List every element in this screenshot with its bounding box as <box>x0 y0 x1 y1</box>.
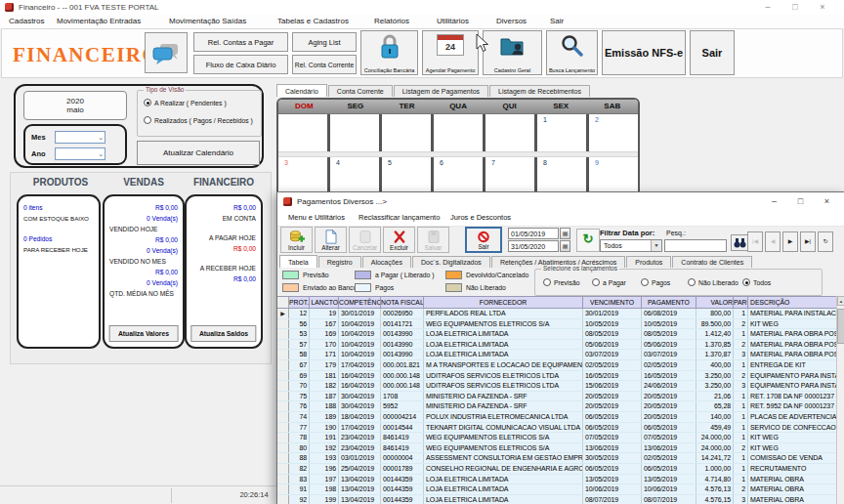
date-picker-icon[interactable]: ▦ <box>560 240 570 252</box>
column-header-lancto[interactable]: LANCTO <box>310 297 339 308</box>
maximize-icon[interactable]: □ <box>787 192 814 211</box>
tab-tabela[interactable]: Tabela <box>279 255 317 268</box>
table-row[interactable]: 8019223/04/20198461419WEG EQUIPAMENTOS E… <box>277 443 836 454</box>
cancelar-button[interactable]: Cancelar <box>349 227 381 253</box>
maximize-icon[interactable]: □ <box>781 0 809 15</box>
tab-registro[interactable]: Registro <box>318 256 361 268</box>
menu-item-diversos[interactable]: Diversos <box>493 16 529 26</box>
column-header-valor[interactable]: VALOR <box>696 297 734 308</box>
sair-button-main[interactable]: Sair <box>690 30 735 75</box>
conciliacao-bancaria-button[interactable]: Conciliação Bancária <box>360 30 418 75</box>
row-selector[interactable] <box>277 401 289 411</box>
calendar-day-cell[interactable] <box>278 114 330 151</box>
scrollbar-thumb[interactable] <box>837 309 844 344</box>
busca-lancamento-button[interactable]: Busca Lançamento <box>546 30 598 75</box>
tab-listagem-de-pagamentos[interactable]: Listagem de Pagamentos <box>394 85 488 97</box>
row-selector[interactable] <box>277 319 289 329</box>
menu-item-sair[interactable]: Sair <box>547 16 567 26</box>
radio-realizados[interactable]: Realizados ( Pagos / Recebidos ) <box>144 116 253 124</box>
column-header-competencia[interactable]: COMPETÊNCIA <box>339 297 381 308</box>
row-selector[interactable] <box>277 350 289 359</box>
row-selector[interactable] <box>277 464 289 474</box>
table-row[interactable]: 7418918/04/2019000004214POLUX INDUSTRIA … <box>277 412 836 423</box>
emissao-nfse-button[interactable]: Emissão NFS-e <box>602 30 686 75</box>
row-selector[interactable] <box>277 412 289 422</box>
table-row[interactable]: 9119813/04/201900144359LOJA ELETRICA LIM… <box>277 484 836 495</box>
menu-item-menu-e-utilitarios[interactable]: Menu e Utilitários <box>288 213 345 222</box>
row-selector[interactable] <box>277 495 289 504</box>
row-selector[interactable] <box>277 340 289 350</box>
tab-listagem-de-recebimentos[interactable]: Listagem de Recebimentos <box>489 85 590 97</box>
table-row[interactable]: 7518730/04/20191708MINISTERIO DA FAZENDA… <box>277 392 836 402</box>
table-scrollbar[interactable]: ▲ <box>836 296 844 504</box>
row-selector[interactable] <box>277 453 289 463</box>
row-selector[interactable] <box>277 433 289 442</box>
calendar-day-cell[interactable] <box>485 114 537 151</box>
table-row[interactable]: 6918116/04/2019000.000.148UDITRAFOS SERV… <box>277 371 836 382</box>
table-row[interactable]: 5717010/04/201900143990LOJA ELETRICA LIM… <box>277 340 836 351</box>
fluxo-de-caixa-diario-button[interactable]: Fluxo de Caixa Diário <box>193 55 288 74</box>
radio-previsao[interactable]: Previsão <box>543 278 579 286</box>
table-row[interactable]: 8319713/04/201900144359LOJA ELETRICA LIM… <box>277 475 836 485</box>
calendar-day-cell[interactable]: 2 <box>589 114 638 151</box>
aging-list-button[interactable]: Aging List <box>292 32 357 52</box>
menu-item-movimentacao-saidas[interactable]: Movimentação Saídas <box>166 16 249 26</box>
tab-contrato-de-clientes[interactable]: Contrato de Clientes <box>672 256 752 268</box>
column-header-descricao[interactable]: DESCRIÇÃO <box>748 297 836 308</box>
table-row[interactable]: 5316910/04/201900143990LOJA ELETRICA LIM… <box>277 329 836 340</box>
row-selector[interactable]: ▶ <box>277 309 289 318</box>
menu-item-utilitarios[interactable]: Utilitários <box>434 16 472 26</box>
table-row[interactable]: 7618830/04/20195952MINISTERIO DA FAZENDA… <box>277 401 836 412</box>
radio-a-realizar[interactable]: A Realizar ( Pendentes ) <box>144 99 227 106</box>
close-icon[interactable]: × <box>809 0 836 15</box>
menu-item-cadastros[interactable]: Cadastros <box>6 16 47 26</box>
current-period-display[interactable]: 2020 maio <box>23 91 127 120</box>
calendar-day-cell[interactable]: 1 <box>537 114 589 151</box>
tab-produtos[interactable]: Produtos <box>626 256 671 268</box>
nav-button-4[interactable]: ↻ <box>818 231 833 252</box>
table-row[interactable]: 8219625/04/201900001789CONSELHO REGIONAL… <box>277 464 836 475</box>
calendar-day-cell[interactable]: 8 <box>537 157 589 194</box>
search-input[interactable] <box>664 239 727 252</box>
table-row[interactable]: 6717917/04/2019000.001.821M A TRANSPORTE… <box>277 360 836 371</box>
row-selector[interactable] <box>277 423 289 433</box>
calendar-day-cell[interactable]: 7 <box>485 157 537 194</box>
incluir-button[interactable]: Incluir <box>280 227 313 253</box>
calendar-day-cell[interactable]: 6 <box>434 157 485 194</box>
scroll-up-icon[interactable]: ▲ <box>837 296 844 306</box>
radio-pagos[interactable]: Pagos <box>641 278 670 286</box>
messages-button[interactable] <box>145 32 188 73</box>
menu-item-juros-e-descontos[interactable]: Juros e Descontos <box>450 213 511 222</box>
table-row[interactable]: 5616710/04/201900141721WEG EQUIPAMENTOS … <box>277 319 836 330</box>
tab-conta-corrente[interactable]: Conta Corrente <box>328 85 393 97</box>
tab-alocacoes[interactable]: Alocações <box>362 256 411 268</box>
rel-contas-a-pagar-button[interactable]: Rel. Contas a Pagar <box>193 32 288 52</box>
table-row[interactable]: 8819303/01/201900000004ASSESSMENT CONSUL… <box>277 453 836 464</box>
atualizar-calendario-button[interactable]: Atualizar Calendário <box>137 141 260 165</box>
calendar-day-cell[interactable]: 3 <box>278 157 330 194</box>
refresh-icon[interactable]: ↻ <box>576 229 600 252</box>
excluir-button[interactable]: Excluir <box>383 227 415 253</box>
row-selector[interactable] <box>277 392 289 401</box>
agendar-pagamento-button[interactable]: 24 Agendar Pagamento <box>422 30 479 75</box>
column-header-pagamento[interactable]: PAGAMENTO <box>642 297 696 308</box>
salvar-button[interactable]: Salvar <box>417 227 449 253</box>
row-selector[interactable] <box>277 443 289 453</box>
menu-item-relatorios[interactable]: Relatórios <box>371 16 412 26</box>
table-row[interactable]: 5817110/04/201900143990LOJA ELETRICA LIM… <box>277 350 836 360</box>
radio-nao-liberado[interactable]: Não Liberado <box>688 278 738 286</box>
row-selector[interactable] <box>277 329 289 339</box>
row-selector[interactable] <box>277 484 289 494</box>
rel-conta-corrente-button[interactable]: Rel. Conta Corrente <box>292 55 357 74</box>
column-header-prot[interactable]: PROT. <box>289 297 310 308</box>
column-header-parc[interactable]: PARC <box>734 297 748 308</box>
minimize-icon[interactable]: – <box>754 0 781 15</box>
calendar-day-cell[interactable] <box>382 114 434 151</box>
tab-doc-s-digitalizados[interactable]: Doc´s. Digitalizados <box>412 256 490 268</box>
column-header-nota-fiscal[interactable]: NOTA FISCAL <box>381 297 424 308</box>
calendar-day-cell[interactable]: 4 <box>330 157 382 194</box>
table-row[interactable]: 9219913/04/201900144359LOJA ELETRICA LIM… <box>277 495 836 504</box>
row-selector[interactable] <box>277 475 289 484</box>
table-row[interactable]: 7819123/04/20198461419WEG EQUIPAMENTOS E… <box>277 433 836 443</box>
date-picker-icon[interactable]: ▦ <box>560 228 570 239</box>
